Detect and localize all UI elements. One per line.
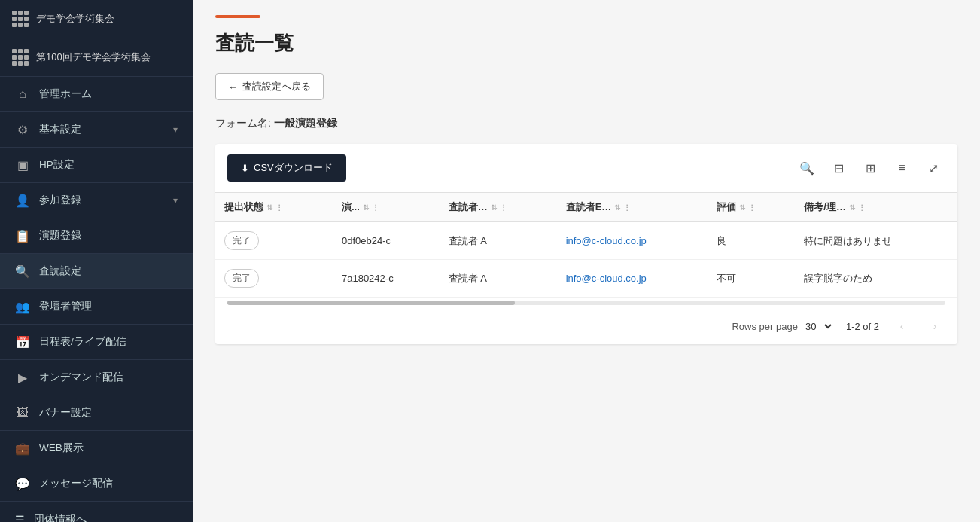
sidebar-item-message[interactable]: 💬 メッセージ配信 [0,466,193,502]
sidebar-org1-item[interactable]: デモ学会学術集会 [0,0,193,38]
sort-icon[interactable]: ⇅ [363,203,369,212]
list-icon: ☰ [15,514,25,522]
table-toolbar: ⬇ CSVダウンロード 🔍 ⊟ ⊞ ≡ ⤢ [215,144,957,192]
density-icon: ≡ [898,161,905,175]
csv-download-button[interactable]: ⬇ CSVダウンロード [227,154,346,182]
chevron-down-icon: ▾ [173,195,178,206]
sidebar-item-label: メッセージ配信 [39,477,113,490]
email-link[interactable]: info@c-cloud.co.jp [566,235,647,246]
col-header-reviewer-email: 査読者E… ⇅ ⋮ [557,193,708,222]
density-icon-button[interactable]: ≡ [890,156,914,180]
col-header-notes: 備考/理… ⇅ ⋮ [795,193,957,222]
cell-reviewer-email: info@c-cloud.co.jp [557,260,708,298]
cell-presentation: 0df0eb24-c [333,222,440,260]
fullscreen-icon: ⤢ [929,161,939,176]
sidebar-item-label: HP設定 [39,158,75,172]
scroll-thumb[interactable] [227,301,515,305]
col-header-rating: 評価 ⇅ ⋮ [708,193,795,222]
menu-icon[interactable]: ⋮ [372,203,379,212]
sidebar-item-label: 管理ホーム [39,87,92,101]
prev-page-button[interactable]: ‹ [891,316,912,337]
sidebar-item-label: 演題登録 [39,229,81,243]
filter-icon: ⊟ [834,161,844,176]
col-header-reviewer: 査読者… ⇅ ⋮ [440,193,557,222]
email-link[interactable]: info@c-cloud.co.jp [566,273,647,284]
col-header-presentation: 演... ⇅ ⋮ [333,193,440,222]
sidebar-item-label: 査読設定 [39,264,81,278]
menu-icon[interactable]: ⋮ [748,203,756,212]
play-icon: ▶ [15,370,30,385]
status-badge: 完了 [224,269,259,288]
back-button[interactable]: ← 査読設定へ戻る [215,73,324,100]
form-label: フォーム名: [215,117,271,129]
columns-icon-button[interactable]: ⊞ [858,156,882,180]
sidebar-item-review[interactable]: 🔍 査読設定 [0,254,193,289]
search-icon-button[interactable]: 🔍 [795,156,819,180]
sidebar-item-label: 基本設定 [39,123,81,136]
sidebar-item-speakers[interactable]: 👥 登壇者管理 [0,289,193,325]
table-row: 完了 0df0eb24-c 査読者 A info@c-cloud.co.jp 良… [215,222,957,260]
menu-icon[interactable]: ⋮ [275,203,283,212]
sidebar-item-hp-settings[interactable]: ▣ HP設定 [0,148,193,183]
page-title: 査読一覧 [215,30,957,56]
rows-per-page-select[interactable]: 30 50 100 [802,320,834,333]
image-icon: 🖼 [15,405,30,420]
data-table: 提出状態 ⇅ ⋮ 演... ⇅ ⋮ [215,192,957,298]
scroll-track[interactable] [227,301,945,305]
sidebar-item-label: 参加登録 [39,194,81,207]
filter-icon-button[interactable]: ⊟ [826,156,851,180]
sidebar-footer-org-info[interactable]: ☰ 団体情報へ [0,502,193,522]
fullscreen-icon-button[interactable]: ⤢ [921,156,945,180]
sidebar: デモ学会学術集会 第100回デモ学会学術集会 ⌂ 管理ホーム ⚙ 基本設定 ▾ … [0,0,193,522]
table-body: 完了 0df0eb24-c 査読者 A info@c-cloud.co.jp 良… [215,222,957,298]
clipboard-icon: 📋 [15,228,30,243]
rows-per-page-label: Rows per page [732,321,797,332]
next-page-button[interactable]: › [924,316,945,337]
sort-icon[interactable]: ⇅ [849,203,855,212]
people-icon: 👥 [15,299,30,314]
sort-icon[interactable]: ⇅ [614,203,620,212]
main-content: 査読一覧 ← 査読設定へ戻る フォーム名: 一般演題登録 ⬇ CSVダウンロード… [193,0,980,522]
content-area: 査読一覧 ← 査読設定へ戻る フォーム名: 一般演題登録 ⬇ CSVダウンロード… [193,0,980,522]
sidebar-item-label: WEB展示 [39,441,84,455]
rows-per-page: Rows per page 30 50 100 [732,320,833,333]
monitor-icon: ▣ [15,157,30,172]
briefcase-icon: 💼 [15,441,30,456]
table-row: 完了 7a180242-c 査読者 A info@c-cloud.co.jp 不… [215,260,957,298]
columns-icon: ⊞ [866,161,875,176]
cell-reviewer-email: info@c-cloud.co.jp [557,222,708,260]
search-icon: 🔍 [799,161,814,176]
calendar-icon: 📅 [15,334,30,350]
sort-icon[interactable]: ⇅ [491,203,497,212]
sidebar-item-web-exhibit[interactable]: 💼 WEB展示 [0,431,193,466]
sidebar-item-banner[interactable]: 🖼 バナー設定 [0,395,193,431]
review-icon: 🔍 [15,264,30,279]
sidebar-item-presentation[interactable]: 📋 演題登録 [0,218,193,254]
sidebar-item-label: オンデマンド配信 [39,371,123,384]
sidebar-item-ondemand[interactable]: ▶ オンデマンド配信 [0,360,193,395]
cell-status: 完了 [215,222,333,260]
sidebar-org2-label: 第100回デモ学会学術集会 [36,50,151,64]
sidebar-item-schedule[interactable]: 📅 日程表/ライブ配信 [0,325,193,360]
sidebar-item-admin-home[interactable]: ⌂ 管理ホーム [0,77,193,112]
cell-notes: 誤字脱字のため [795,260,957,298]
cell-notes: 特に問題はありませ [795,222,957,260]
sidebar-org2-item[interactable]: 第100回デモ学会学術集会 [0,38,193,77]
sort-icon[interactable]: ⇅ [266,203,272,212]
table-header-row: 提出状態 ⇅ ⋮ 演... ⇅ ⋮ [215,193,957,222]
menu-icon[interactable]: ⋮ [858,203,866,212]
menu-icon[interactable]: ⋮ [500,203,507,212]
person-add-icon: 👤 [15,193,30,208]
menu-icon[interactable]: ⋮ [623,203,631,212]
chevron-down-icon: ▾ [173,124,178,135]
arrow-left-icon: ← [228,81,238,93]
cell-reviewer: 査読者 A [440,222,557,260]
grid-icon [12,11,29,27]
scrollbar-row[interactable] [215,298,957,308]
sidebar-footer-label: 団体情報へ [34,513,87,522]
sidebar-nav: ⌂ 管理ホーム ⚙ 基本設定 ▾ ▣ HP設定 👤 参加登録 ▾ 📋 演題登録 … [0,77,193,502]
sidebar-item-participation[interactable]: 👤 参加登録 ▾ [0,183,193,218]
sidebar-item-basic-settings[interactable]: ⚙ 基本設定 ▾ [0,112,193,148]
sort-icon[interactable]: ⇅ [739,203,745,212]
pagination-row: Rows per page 30 50 100 1-2 of 2 ‹ › [215,308,957,344]
